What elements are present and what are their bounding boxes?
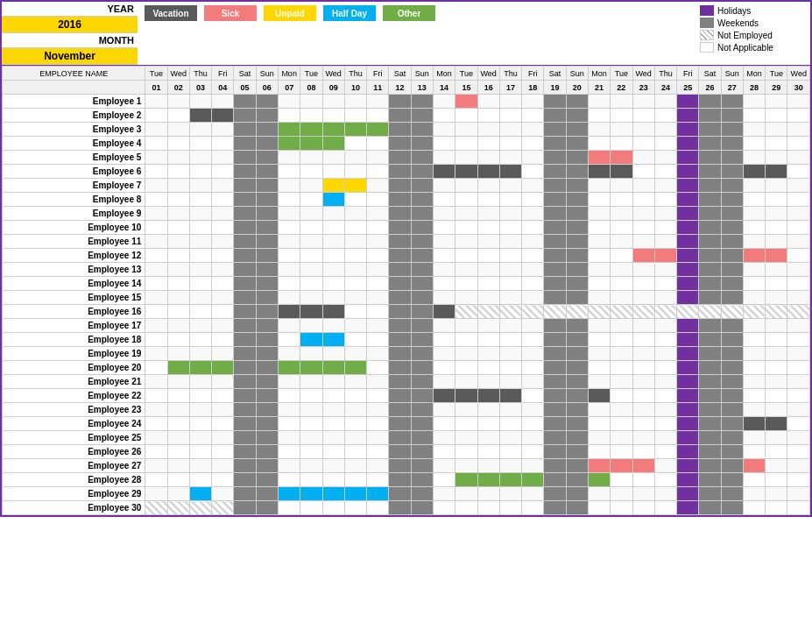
day-cell <box>455 445 477 459</box>
day-cell <box>787 137 810 151</box>
empty-header <box>3 81 145 95</box>
day-cell <box>654 137 676 151</box>
day-cell <box>234 403 256 417</box>
day-cell <box>145 389 167 403</box>
day-cell <box>743 165 765 179</box>
day-cell <box>234 151 256 165</box>
day-cell <box>145 207 167 221</box>
day-cell <box>411 179 433 193</box>
day-cell <box>367 235 389 249</box>
day-cell <box>300 207 322 221</box>
day-cell <box>389 459 411 473</box>
day-cell <box>787 221 810 235</box>
day-cell <box>300 305 322 319</box>
day-cell <box>654 123 676 137</box>
day-cell <box>522 151 544 165</box>
day-cell <box>234 137 256 151</box>
day-cell <box>699 319 721 333</box>
day-cell <box>499 263 521 277</box>
day-cell <box>189 305 211 319</box>
day-cell <box>389 431 411 445</box>
day-cell <box>654 445 676 459</box>
day-cell <box>389 235 411 249</box>
day-cell <box>477 221 499 235</box>
day-cell <box>234 361 256 375</box>
day-cell <box>522 263 544 277</box>
date-cell: 19 <box>544 81 566 95</box>
employee-row: Employee 3 <box>3 123 810 137</box>
day-cell <box>455 431 477 445</box>
day-cell <box>787 235 810 249</box>
day-cell <box>389 347 411 361</box>
day-cell <box>300 403 322 417</box>
day-cell <box>322 95 344 109</box>
day-cell <box>411 263 433 277</box>
day-cell <box>477 319 499 333</box>
day-cell <box>544 347 566 361</box>
day-cell <box>766 235 787 249</box>
day-cell <box>677 319 699 333</box>
day-cell <box>499 277 521 291</box>
day-cell <box>677 193 699 207</box>
day-cell <box>522 137 544 151</box>
day-cell <box>677 361 699 375</box>
day-cell <box>455 151 477 165</box>
day-cell <box>544 473 566 487</box>
day-cell <box>279 501 300 515</box>
day-cell <box>766 207 787 221</box>
day-cell <box>344 249 366 263</box>
day-cell <box>433 235 455 249</box>
day-cell <box>566 193 588 207</box>
day-cell <box>389 417 411 431</box>
day-cell <box>477 235 499 249</box>
day-cell <box>367 445 389 459</box>
day-cell <box>566 207 588 221</box>
day-cell <box>721 487 743 501</box>
day-cell <box>611 445 632 459</box>
dow-cell: Mon <box>279 67 300 81</box>
employee-row: Employee 9 <box>3 207 810 221</box>
day-cell <box>787 193 810 207</box>
day-cell <box>234 389 256 403</box>
date-cell: 14 <box>433 81 455 95</box>
day-cell <box>167 291 189 305</box>
date-cell: 12 <box>389 81 411 95</box>
dow-cell: Fri <box>677 67 699 81</box>
day-cell <box>300 179 322 193</box>
employee-name-cell: Employee 26 <box>3 445 145 459</box>
employee-row: Employee 8 <box>3 193 810 207</box>
day-cell <box>544 193 566 207</box>
day-cell <box>279 235 300 249</box>
day-cell <box>212 375 234 389</box>
day-cell <box>721 417 743 431</box>
day-cell <box>566 221 588 235</box>
day-cell <box>588 179 610 193</box>
day-cell <box>256 263 278 277</box>
day-cell <box>477 165 499 179</box>
day-cell <box>499 109 521 123</box>
day-cell <box>167 487 189 501</box>
day-cell <box>566 123 588 137</box>
day-cell <box>411 389 433 403</box>
day-cell <box>499 361 521 375</box>
day-cell <box>145 333 167 347</box>
day-cell <box>499 137 521 151</box>
day-cell <box>787 347 810 361</box>
day-cell <box>344 347 366 361</box>
employee-name-cell: Employee 1 <box>3 95 145 109</box>
day-cell <box>167 319 189 333</box>
day-cell <box>189 291 211 305</box>
employee-name-cell: Employee 14 <box>3 277 145 291</box>
day-cell <box>433 263 455 277</box>
employee-name-cell: Employee 9 <box>3 207 145 221</box>
day-cell <box>433 151 455 165</box>
day-cell <box>433 179 455 193</box>
day-cell <box>588 123 610 137</box>
day-cell <box>611 137 632 151</box>
day-cell <box>677 473 699 487</box>
day-cell <box>189 123 211 137</box>
day-cell <box>322 417 344 431</box>
day-cell <box>588 445 610 459</box>
day-cell <box>588 403 610 417</box>
day-cell <box>167 207 189 221</box>
